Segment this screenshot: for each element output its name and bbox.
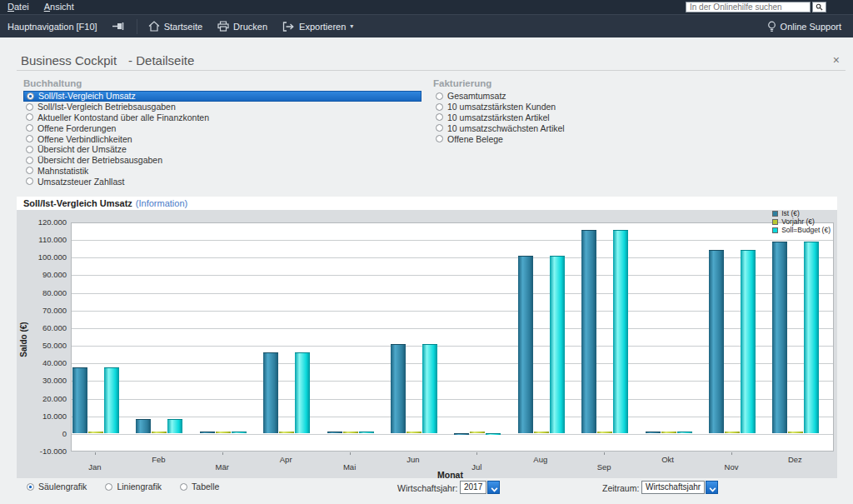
y-tick-label: 0 (23, 429, 67, 438)
radio-option[interactable]: 10 umsatzstärksten Artikel (433, 112, 683, 123)
radio-option[interactable]: Mahnstatistik (23, 166, 422, 177)
x-tick (476, 452, 477, 455)
radio-option-label: Übersicht der Betriebsausgaben (37, 155, 162, 165)
pin-button[interactable] (105, 15, 133, 38)
radio-option[interactable]: Übersicht der Umsätze (23, 144, 422, 155)
export-icon (282, 22, 295, 32)
radio-icon (26, 177, 33, 185)
gridline (72, 240, 833, 241)
toolbar-separator (137, 19, 137, 34)
x-tick (95, 452, 96, 455)
exportieren-button[interactable]: Exportieren ▾ (275, 15, 361, 38)
bar-mär-s1 (216, 432, 231, 433)
bar-apr-s0 (263, 352, 278, 433)
chart-legend: Ist (€)Vorjahr (€)Soll=Budget (€) (772, 210, 831, 235)
online-support-label: Online Support (781, 22, 841, 32)
y-tick-label: 120.000 (23, 217, 67, 227)
bar-aug-s2 (550, 256, 565, 433)
information-link[interactable]: (Information) (136, 198, 187, 208)
zeitraum-select[interactable]: Wirtschaftsjahr (641, 481, 718, 494)
x-tick-label: Sep (587, 462, 621, 472)
radio-option-label: Übersicht der Umsätze (37, 144, 127, 154)
section-buchhaltung: Buchhaltung Soll/Ist-Vergleich UmsatzSol… (23, 78, 422, 187)
zeitraum-value: Wirtschaftsjahr (641, 481, 705, 494)
bar-mai-s2 (359, 432, 374, 433)
x-tick-label: Jan (78, 462, 112, 472)
drucken-button[interactable]: Drucken (210, 15, 275, 38)
bar-jan-s2 (104, 367, 119, 433)
bar-jun-s1 (407, 432, 422, 433)
y-tick-label: -10.000 (23, 447, 67, 456)
x-tick-label: Okt (651, 455, 685, 464)
x-tick-label: Dez (778, 455, 811, 464)
bar-dez-s1 (788, 432, 803, 433)
radio-option[interactable]: Offene Verbindlichkeiten (23, 133, 422, 144)
radio-option[interactable]: Gesamtumsatz (433, 91, 683, 102)
lightbulb-icon (767, 21, 776, 32)
y-tick-label: 80.000 (23, 288, 67, 297)
wirtschaftsjahr-select[interactable]: 2017 (460, 481, 500, 494)
search-input[interactable] (686, 2, 811, 12)
bar-dez-s2 (804, 242, 819, 433)
chart-panel-header: Soll/Ist-Vergleich Umsatz (Information) (17, 197, 837, 210)
dropdown-arrow-icon[interactable] (487, 481, 500, 494)
view-radio-tabelle[interactable]: Tabelle (180, 482, 219, 492)
hauptnavigation-label: Hauptnavigation [F10] (7, 22, 97, 32)
radio-option[interactable]: Offene Forderungen (23, 122, 422, 133)
online-support-button[interactable]: Online Support (767, 15, 841, 38)
view-radio-label: Säulengrafik (38, 482, 87, 492)
radio-option[interactable]: 10 umsatzstärksten Kunden (433, 102, 683, 112)
close-icon[interactable]: × (833, 55, 840, 65)
drucken-label: Drucken (233, 22, 267, 32)
view-radio-säulengrafik[interactable]: Säulengrafik (27, 482, 87, 492)
x-tick-label: Mai (333, 462, 367, 472)
bar-nov-s1 (725, 432, 740, 433)
bar-jan-s0 (72, 367, 87, 433)
radio-option[interactable]: Offene Belege (433, 133, 683, 144)
y-tick-label: 100.000 (23, 252, 67, 262)
y-tick-label: 90.000 (23, 270, 67, 279)
view-radio-liniengrafik[interactable]: Liniengrafik (105, 482, 162, 492)
exportieren-label: Exportieren (299, 22, 346, 32)
y-tick-label: 30.000 (23, 376, 67, 385)
x-tick-label: Jul (460, 462, 493, 472)
dropdown-arrow-icon[interactable] (706, 481, 718, 494)
section-fakturierung: Fakturierung Gesamtumsatz10 umsatzstärks… (433, 78, 683, 144)
bar-feb-s2 (167, 419, 182, 433)
search-icon[interactable] (812, 2, 826, 12)
bar-aug-s1 (534, 432, 549, 433)
radio-icon (26, 103, 33, 111)
radio-option[interactable]: Aktueller Kontostand über alle Finanzkon… (23, 112, 422, 123)
radio-option[interactable]: Übersicht der Betriebsausgaben (23, 155, 422, 166)
radio-option-label: Aktueller Kontostand über alle Finanzkon… (37, 112, 209, 122)
view-radio-label: Tabelle (192, 482, 219, 492)
section-title: Fakturierung (433, 78, 683, 88)
y-tick-label: 40.000 (23, 358, 67, 367)
legend-swatch (772, 211, 778, 217)
radio-option[interactable]: Soll/Ist-Vergleich Umsatz (23, 91, 422, 102)
radio-icon (26, 146, 33, 153)
y-tick-label: 110.000 (23, 235, 67, 244)
startseite-button[interactable]: Startseite (141, 15, 210, 38)
menu-ansicht[interactable]: Ansicht (37, 0, 82, 14)
radio-option-label: Mahnstatistik (37, 166, 88, 176)
y-axis-title: Saldo (€) (19, 315, 28, 365)
radio-option[interactable]: Soll/Ist-Vergleich Betriebsausgaben (23, 102, 422, 112)
radio-icon (27, 483, 34, 491)
x-tick-label: Mär (206, 462, 239, 472)
bar-jul-s1 (470, 432, 485, 433)
legend-swatch (772, 227, 778, 233)
hauptnavigation-button[interactable]: Hauptnavigation [F10] (0, 15, 105, 38)
plot-area (71, 222, 834, 452)
menu-datei[interactable]: Datei (0, 0, 37, 14)
bar-apr-s1 (279, 432, 294, 433)
radio-option[interactable]: Umsatzsteuer Zahllast (23, 176, 422, 187)
radio-option-label: Soll/Ist-Vergleich Umsatz (38, 91, 136, 101)
legend-label: Soll=Budget (€) (781, 227, 831, 234)
radio-option[interactable]: 10 umsatzschwächsten Artikel (433, 122, 683, 133)
page-title: Business Cockpit- Detailseite (21, 53, 194, 67)
legend-item: Vorjahr (€) (772, 218, 831, 226)
bar-feb-s0 (136, 419, 151, 433)
radio-option-label: 10 umsatzschwächsten Artikel (447, 123, 565, 133)
legend-swatch (772, 219, 778, 225)
